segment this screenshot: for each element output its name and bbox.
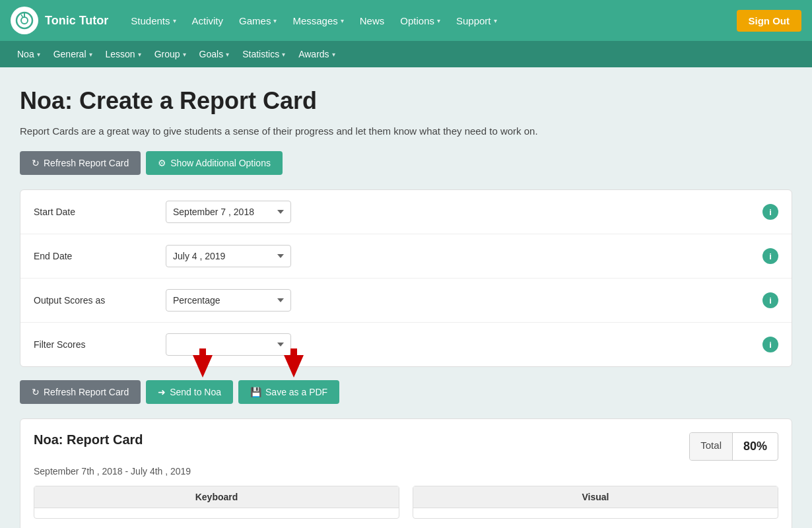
sub-nav-general[interactable]: General ▾ <box>47 45 99 63</box>
visual-column-header: Visual <box>413 486 778 508</box>
nav-games[interactable]: Games ▾ <box>232 10 283 32</box>
sub-nav-awards[interactable]: Awards ▾ <box>292 45 341 63</box>
sub-nav-goals[interactable]: Goals ▾ <box>193 45 236 63</box>
page-title: Noa: Create a Report Card <box>20 87 792 115</box>
form-row-end-date: End Date July 4 , 2019 June 1 , 2019 Aug… <box>20 234 792 279</box>
end-date-label: End Date <box>34 251 166 261</box>
show-additional-options-button[interactable]: ⚙ Show Additional Options <box>146 151 283 175</box>
logo-icon <box>11 7 38 34</box>
chevron-down-icon: ▾ <box>282 51 285 58</box>
save-as-pdf-button[interactable]: 💾 Save as a PDF <box>238 380 339 404</box>
logo-text: Tonic Tutor <box>45 14 108 28</box>
start-date-info-icon[interactable]: i <box>762 204 778 220</box>
main-content: Noa: Create a Report Card Report Cards a… <box>0 67 812 528</box>
report-date-range: September 7th , 2018 - July 4th , 2019 <box>34 466 778 477</box>
report-column-keyboard: Keyboard <box>34 486 399 519</box>
end-date-info-icon[interactable]: i <box>762 248 778 264</box>
filter-scores-info-icon[interactable]: i <box>762 337 778 352</box>
report-card-header: Noa: Report Card Total 80% <box>34 432 778 461</box>
chevron-down-icon: ▾ <box>226 51 229 58</box>
end-date-select[interactable]: July 4 , 2019 June 1 , 2019 August 1 , 2… <box>166 245 291 267</box>
page-description: Report Cards are a great way to give stu… <box>20 125 792 137</box>
nav-students[interactable]: Students ▾ <box>124 10 182 32</box>
refresh-icon: ↻ <box>32 158 40 168</box>
chevron-down-icon: ▾ <box>37 51 40 58</box>
svg-point-1 <box>21 17 28 24</box>
nav-support[interactable]: Support ▾ <box>450 10 504 32</box>
sign-out-button[interactable]: Sign Out <box>737 10 802 32</box>
form-row-output-scores: Output Scores as Percentage Raw Score Le… <box>20 279 792 323</box>
report-card-title: Noa: Report Card <box>34 432 143 447</box>
total-value: 80% <box>733 433 778 460</box>
sub-nav-noa[interactable]: Noa ▾ <box>11 45 47 63</box>
svg-line-3 <box>21 15 23 17</box>
sub-nav-group[interactable]: Group ▾ <box>148 45 193 63</box>
chevron-down-icon: ▾ <box>437 17 440 24</box>
total-label: Total <box>690 433 733 460</box>
keyboard-column-header: Keyboard <box>34 486 399 508</box>
chevron-down-icon: ▾ <box>273 17 277 24</box>
form-row-filter-scores: Filter Scores All Above 50% Below 50% i <box>20 323 792 366</box>
chevron-down-icon: ▾ <box>138 51 141 58</box>
chevron-down-icon: ▾ <box>494 17 497 24</box>
output-scores-select[interactable]: Percentage Raw Score Letter Grade <box>166 289 291 312</box>
button-row-bottom: ↻ Refresh Report Card ➜ Send to Noa 💾 Sa… <box>20 380 792 404</box>
top-nav: Tonic Tutor Students ▾ Activity Games ▾ … <box>0 0 812 41</box>
filter-scores-select[interactable]: All Above 50% Below 50% <box>166 333 291 356</box>
nav-options[interactable]: Options ▾ <box>393 10 447 32</box>
nav-activity[interactable]: Activity <box>186 10 230 32</box>
report-columns: Keyboard Visual <box>34 486 778 519</box>
filter-scores-label: Filter Scores <box>34 339 166 350</box>
refresh-icon: ↻ <box>32 387 40 397</box>
chevron-down-icon: ▾ <box>332 51 335 58</box>
start-date-label: Start Date <box>34 207 166 217</box>
nav-messages[interactable]: Messages ▾ <box>286 10 350 32</box>
chevron-down-icon: ▾ <box>341 17 344 24</box>
chevron-down-icon: ▾ <box>183 51 186 58</box>
report-card: Noa: Report Card Total 80% September 7th… <box>20 418 792 528</box>
report-column-visual: Visual <box>413 486 778 519</box>
sub-nav: Noa ▾ General ▾ Lesson ▾ Group ▾ Goals ▾… <box>0 41 812 67</box>
output-scores-label: Output Scores as <box>34 295 166 306</box>
sub-nav-lesson[interactable]: Lesson ▾ <box>99 45 148 63</box>
logo-area[interactable]: Tonic Tutor <box>11 7 108 34</box>
send-to-noa-button[interactable]: ➜ Send to Noa <box>146 380 233 404</box>
send-icon: ➜ <box>158 387 166 397</box>
top-nav-links: Students ▾ Activity Games ▾ Messages ▾ N… <box>124 10 736 32</box>
form-card: Start Date September 7 , 2018 October 1 … <box>20 189 792 367</box>
chevron-down-icon: ▾ <box>89 51 92 58</box>
save-icon: 💾 <box>250 387 261 397</box>
button-row-top: ↻ Refresh Report Card ⚙ Show Additional … <box>20 151 792 175</box>
button-row-bottom-wrapper: ↻ Refresh Report Card ➜ Send to Noa 💾 Sa… <box>20 380 792 404</box>
total-box: Total 80% <box>689 432 778 461</box>
chevron-down-icon: ▾ <box>173 17 176 24</box>
gear-icon: ⚙ <box>158 158 166 168</box>
refresh-report-card-button-bottom[interactable]: ↻ Refresh Report Card <box>20 380 141 404</box>
start-date-select[interactable]: September 7 , 2018 October 1 , 2018 Nove… <box>166 201 291 223</box>
refresh-report-card-button-top[interactable]: ↻ Refresh Report Card <box>20 151 141 175</box>
nav-news[interactable]: News <box>353 10 391 32</box>
form-row-start-date: Start Date September 7 , 2018 October 1 … <box>20 190 792 234</box>
output-scores-info-icon[interactable]: i <box>762 292 778 308</box>
sub-nav-statistics[interactable]: Statistics ▾ <box>236 45 292 63</box>
